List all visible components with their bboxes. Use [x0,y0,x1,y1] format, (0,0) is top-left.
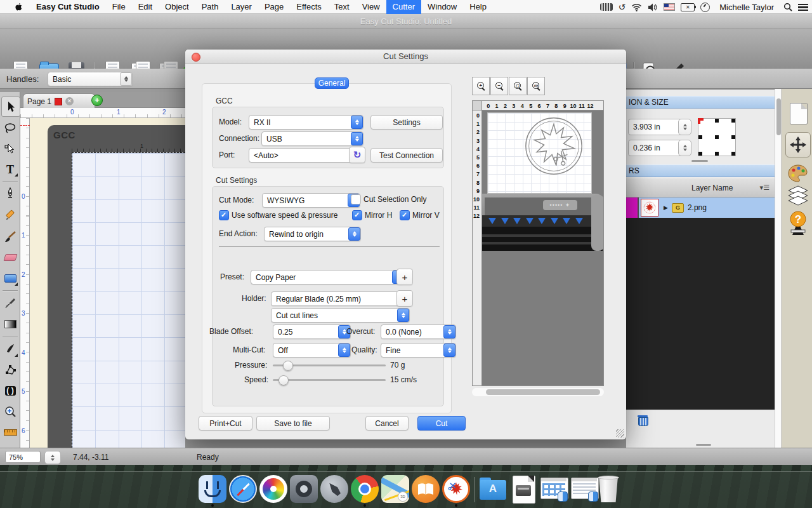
dialog-close-button[interactable] [192,53,200,62]
dock-books-icon[interactable] [412,475,440,503]
keyboard-icon[interactable] [600,3,613,11]
zoom-selection-button[interactable]: ▢ [509,77,527,95]
pressure-slider-thumb[interactable] [283,361,293,371]
tool-zoom[interactable] [0,402,20,421]
layers-header[interactable]: RS [626,164,780,177]
end-action-select[interactable]: Rewind to origin [264,227,361,241]
tool-brush[interactable] [0,227,20,246]
battery-icon[interactable]: ✕ [681,3,695,11]
dock-finder-icon[interactable] [199,475,226,503]
dock-finder-window-1[interactable] [540,475,568,503]
anchor-point-selector[interactable] [698,118,736,156]
layer-list-header[interactable]: Layer Name ▾☰ [626,178,775,197]
menu-layer[interactable]: Layer [225,0,258,14]
height-stepper[interactable] [678,140,691,156]
tool-eyedropper[interactable] [0,294,20,313]
handles-select[interactable]: Basic [48,72,133,86]
dock-photos-icon[interactable] [259,475,287,503]
window-title-bar[interactable]: Easy Cut Studio: Untitled [0,14,812,29]
layers-panel-icon[interactable] [787,185,809,208]
tool-shape-invert[interactable]: ( ) [0,381,20,400]
menu-app[interactable]: Easy Cut Studio [30,0,106,14]
dock-launchpad-icon[interactable] [320,475,348,503]
menu-window[interactable]: Window [421,0,463,14]
dock-applications-folder-icon[interactable]: A [479,475,507,503]
port-select[interactable]: <Auto> [249,148,363,163]
zoom-level-field[interactable]: 75% [5,451,41,463]
dock-document-icon[interactable] [509,475,537,503]
dock-easy-cut-studio-icon[interactable] [442,475,470,503]
tool-pencil[interactable] [0,206,20,225]
layer-thumbnail[interactable] [641,199,658,217]
zoom-in-button[interactable]: + [472,77,490,95]
menu-view[interactable]: View [356,0,386,14]
refresh-ports-button[interactable]: ↻ [349,147,365,163]
test-connection-button[interactable]: Test Connection [370,148,443,163]
dock-chrome-icon[interactable] [351,475,379,503]
height-field[interactable]: 0.236 in [628,140,686,156]
close-page-icon[interactable]: ✕ [65,97,74,105]
pressure-slider[interactable] [273,364,386,366]
add-holder-button[interactable]: + [396,290,413,307]
dock-system-preferences-icon[interactable] [290,475,318,503]
zoom-stepper[interactable] [44,451,61,464]
menu-effects[interactable]: Effects [290,0,328,14]
disclosure-triangle-icon[interactable]: ▶ [664,204,668,211]
canvas-area[interactable]: GCC 1 2 [30,118,185,448]
software-speed-checkbox[interactable] [219,210,229,220]
cut-lines-select[interactable]: Cut cut lines [271,308,410,323]
tool-polygon[interactable] [0,361,20,380]
tool-lasso[interactable] [0,119,20,138]
scrollbar-thumb[interactable] [776,98,781,135]
tool-ruler[interactable] [0,423,20,442]
speed-slider-thumb[interactable] [278,375,289,385]
help-icon[interactable]: ? [787,211,809,236]
settings-button[interactable]: Settings [370,115,443,130]
tool-text[interactable]: T [0,160,20,179]
multicut-select[interactable]: Off [273,343,351,358]
cancel-button[interactable]: Cancel [365,416,409,431]
page-panel-icon[interactable] [790,103,808,124]
preset-select[interactable]: Copy Paper [251,270,405,284]
add-preset-button[interactable]: + [396,269,413,285]
screen-time-icon[interactable] [700,3,710,12]
tool-rectangle[interactable] [0,269,20,288]
user-menu[interactable]: Michelle Taylor [716,0,778,14]
page-tab[interactable]: Page 1 ✕ [23,93,95,109]
notification-center-icon[interactable] [798,4,808,11]
dialog-title-bar[interactable]: Cut Settings [185,50,626,64]
dock-finder-window-2[interactable] [570,475,598,503]
print-cut-button[interactable]: Print+Cut [199,416,252,431]
panel-splitter-handle[interactable] [696,444,711,446]
mirror-v-checkbox[interactable] [400,210,410,220]
mirror-h-checkbox[interactable] [352,210,362,220]
width-field[interactable]: 3.903 in [628,119,686,135]
menu-page[interactable]: Page [258,0,290,14]
layer-color-swatch[interactable] [626,197,639,218]
volume-icon[interactable] [648,3,658,11]
position-size-header[interactable]: ION & SIZE [626,96,780,109]
right-scrollbar[interactable] [775,89,782,448]
dock-trash-icon[interactable] [596,475,620,503]
save-to-file-button[interactable]: Save to file [256,416,330,431]
menu-object[interactable]: Object [159,0,195,14]
search-icon[interactable] [783,3,792,11]
tool-knife[interactable] [0,340,20,359]
layer-row[interactable]: ▶ G 2.png [626,197,775,218]
holder-select[interactable]: Regular Blade (0.25 mm) [271,291,410,306]
dock-safari-icon[interactable] [229,475,257,503]
cut-mode-select[interactable]: WYSIWYG [262,193,360,208]
width-stepper[interactable] [678,119,691,135]
speed-slider[interactable] [273,379,386,381]
page-color-swatch[interactable] [55,98,62,105]
menu-file[interactable]: File [106,0,132,14]
menu-cutter[interactable]: Cutter [386,0,421,14]
move-panel-icon[interactable] [785,132,811,157]
preview-h-scrollbar[interactable] [472,388,604,396]
menu-help[interactable]: Help [463,0,493,14]
cut-selection-checkbox[interactable] [351,194,361,204]
tool-select[interactable] [1,97,20,117]
us-flag-icon[interactable] [664,3,675,11]
zoom-page-button[interactable]: ▭ [527,77,545,95]
apple-menu[interactable] [0,0,30,14]
